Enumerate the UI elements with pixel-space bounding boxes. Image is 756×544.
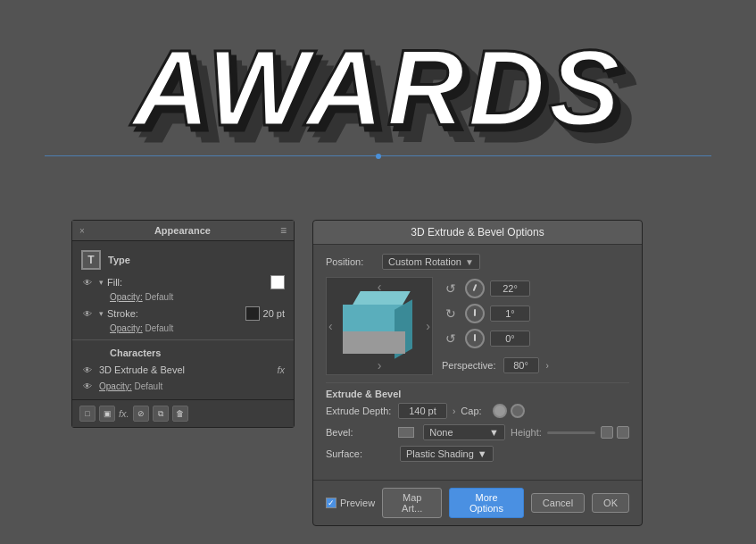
extrude-bevel-header: Extrude & Bevel	[326, 382, 629, 403]
bevel-preview	[398, 427, 414, 438]
panel-footer: □ ▣ fx. ⊘ ⧉ 🗑	[72, 399, 294, 427]
awards-area: AWARDS	[0, 0, 756, 174]
copy-icon[interactable]: ⧉	[153, 406, 169, 422]
height-slider[interactable]	[547, 431, 595, 434]
extrude-label: 3D Extrude & Bevel	[99, 364, 273, 375]
stroke-opacity-row: Opacity: Default	[72, 322, 294, 336]
position-row: Position: Custom Rotation ▼	[326, 254, 629, 270]
extrude-opacity-label: Opacity: Default	[99, 381, 162, 391]
extrude-opacity-underline: Opacity:	[99, 381, 132, 391]
preview-checkbox[interactable]: ✓	[326, 498, 336, 508]
divider-1	[72, 339, 294, 340]
rotate-right-icon[interactable]: ›	[426, 319, 430, 333]
rotation-x-dial[interactable]	[465, 279, 485, 298]
fill-opacity-underline: Opacity:	[110, 292, 143, 302]
rotation-y-input[interactable]	[490, 305, 530, 322]
extrude-row: 👁 3D Extrude & Bevel fx	[72, 362, 294, 378]
eye-icon-fill[interactable]: 👁	[81, 276, 94, 289]
fill-opacity-label: Opacity: Default	[110, 292, 173, 302]
surface-select[interactable]: Plastic Shading ▼	[400, 446, 494, 462]
dialog-footer: ✓ Preview Map Art... More Options Cancel…	[313, 480, 642, 525]
stroke-color-swatch[interactable]	[245, 306, 260, 321]
rotate-left-icon[interactable]: ‹	[328, 319, 333, 333]
surface-dropdown-arrow: ▼	[478, 448, 487, 459]
chevron-fill: ▾	[99, 278, 104, 287]
panel-title: Appearance	[154, 225, 211, 236]
new-layer-icon[interactable]: □	[79, 406, 96, 422]
bevel-select[interactable]: None ▼	[423, 424, 505, 440]
fill-color-swatch[interactable]	[270, 275, 285, 289]
height-icon-2[interactable]	[617, 426, 629, 439]
surface-label: Surface:	[326, 448, 393, 459]
extrude-depth-arrow: ›	[453, 406, 455, 416]
perspective-row: Perspective: ›	[442, 357, 629, 373]
height-icons	[601, 426, 629, 439]
cancel-button[interactable]: Cancel	[531, 493, 585, 513]
perspective-arrow: ›	[546, 361, 549, 371]
fill-label: Fill:	[107, 277, 267, 288]
dialog-title: 3D Extrude & Bevel Options	[411, 226, 544, 239]
eye-icon-stroke[interactable]: 👁	[81, 307, 94, 320]
bevel-row: Bevel: None ▼ Height:	[326, 424, 629, 440]
extrude-depth-label: Extrude Depth:	[326, 406, 393, 416]
rotation-x-input[interactable]	[490, 280, 530, 297]
surface-row: Surface: Plastic Shading ▼	[326, 446, 629, 462]
dial-x-indicator	[473, 283, 478, 290]
ok-button[interactable]: OK	[592, 493, 629, 513]
map-art-button[interactable]: Map Art...	[382, 488, 442, 518]
rotate-bottom-icon[interactable]: ›	[378, 358, 382, 372]
rotation-z-dial[interactable]	[465, 329, 485, 348]
dial-y-indicator	[474, 308, 476, 315]
position-select[interactable]: Custom Rotation ▼	[382, 254, 480, 270]
cube-preview[interactable]: ‹ › ‹ ›	[326, 277, 433, 375]
rotation-z-icon: ↺	[442, 330, 460, 347]
panel-close-icon[interactable]: ×	[79, 226, 85, 236]
height-label: Height:	[511, 427, 542, 438]
type-row: T Type	[72, 247, 294, 273]
panel-body: T Type 👁 ▾ Fill: Opacity: Default 👁 ▾ St…	[72, 241, 294, 399]
stroke-row: 👁 ▾ Stroke: 20 pt	[72, 305, 294, 322]
rotation-inputs: ↺ ↻	[442, 277, 629, 375]
rotation-y-icon: ↻	[442, 305, 460, 322]
appearance-panel: × Appearance ≡ T Type 👁 ▾ Fill: Opacity:…	[71, 220, 295, 428]
layer-icon[interactable]: ▣	[99, 406, 115, 422]
rotation-y-row: ↻	[442, 304, 629, 323]
eye-icon-extrude[interactable]: 👁	[81, 364, 94, 376]
bevel-label: Bevel:	[326, 427, 393, 438]
fx-badge: fx	[277, 364, 285, 375]
rotation-x-row: ↺	[442, 279, 629, 298]
panels-area: × Appearance ≡ T Type 👁 ▾ Fill: Opacity:…	[0, 211, 756, 535]
perspective-input[interactable]	[503, 357, 539, 373]
guide-dot	[376, 154, 381, 159]
stroke-opacity-value: Default	[145, 323, 173, 333]
more-options-button[interactable]: More Options	[449, 488, 524, 518]
extrude-depth-input[interactable]	[398, 403, 447, 419]
cube-bottom-face	[343, 331, 405, 354]
perspective-label: Perspective:	[442, 360, 496, 371]
panel-menu-icon[interactable]: ≡	[280, 224, 287, 237]
cap-icon-2[interactable]	[511, 404, 525, 418]
position-dropdown-arrow: ▼	[465, 257, 474, 267]
awards-text: AWARDS	[132, 26, 624, 149]
cap-icon-1[interactable]	[493, 404, 507, 418]
chevron-stroke: ▾	[99, 309, 104, 318]
no-icon[interactable]: ⊘	[133, 406, 149, 422]
delete-icon[interactable]: 🗑	[172, 406, 188, 422]
dialog-3d: 3D Extrude & Bevel Options Position: Cus…	[312, 220, 643, 526]
stroke-opacity-label: Opacity: Default	[110, 323, 173, 333]
extrude-opacity-row: 👁 Opacity: Default	[72, 378, 294, 394]
characters-label: Characters	[72, 344, 294, 362]
rotation-y-dial[interactable]	[465, 304, 485, 323]
rotation-z-input[interactable]	[490, 331, 530, 347]
type-label: Type	[108, 255, 130, 265]
eye-icon-opacity[interactable]: 👁	[81, 380, 94, 392]
surface-value: Plastic Shading	[406, 448, 474, 459]
position-value: Custom Rotation	[388, 256, 461, 267]
extrude-depth-row: Extrude Depth: › Cap:	[326, 403, 629, 419]
height-icon-1[interactable]	[601, 426, 613, 439]
rotation-z-row: ↺	[442, 329, 629, 348]
stroke-opacity-underline: Opacity:	[110, 323, 143, 333]
type-icon: T	[81, 250, 101, 270]
footer-fx-label[interactable]: fx.	[119, 408, 129, 419]
fill-opacity-value: Default	[145, 292, 173, 302]
